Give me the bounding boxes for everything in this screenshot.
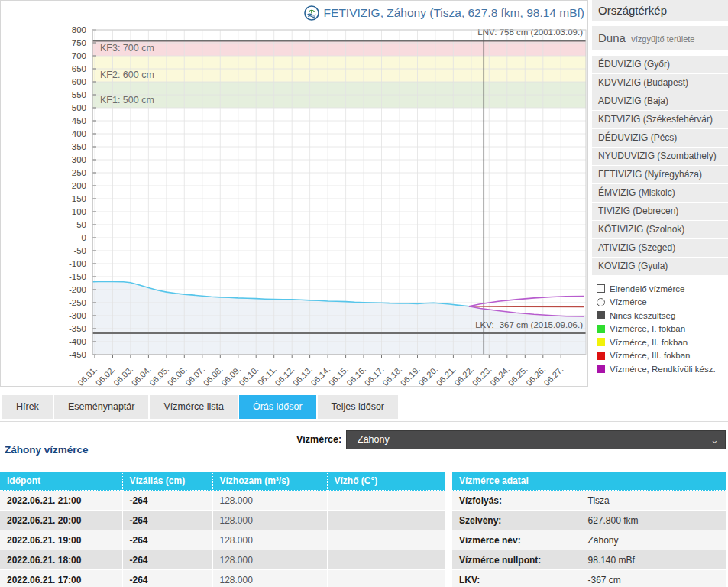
station-select[interactable]: Záhony ⌄ [346,430,726,449]
sidebar-item-duna-basin[interactable]: Duna vízgyűjtő területe [592,26,728,50]
tab-h-rek[interactable]: Hírek [2,395,53,419]
station-attr-label: Vízmérce név: [452,530,581,550]
station-attr-label: LKV: [452,570,581,587]
legend-label: Nincs készültség [610,311,675,320]
sidebar-item[interactable]: FETIVIZIG (Nyíregyháza) [592,166,728,183]
station-attr-value: -367 cm [581,570,726,587]
sidebar-item[interactable]: ÉMVIZIG (Miskolc) [592,184,728,202]
legend-item: Vízmérce, Rendkívüli kész. [597,362,728,376]
legend-item: Vízmérce, III. fokban [597,349,728,363]
sidebar-item[interactable]: TIVIZIG (Debrecen) [592,203,728,220]
sidebar-item[interactable]: KDVVIZIG (Budapest) [592,74,728,92]
tab-teljes-id-sor[interactable]: Teljes idősor [318,395,398,419]
sidebar-item[interactable]: ADUVIZIG (Baja) [592,92,728,110]
sidebar-item[interactable]: KDTVIZIG (Székesfehérvár) [592,111,728,128]
svg-text:150: 150 [72,194,86,203]
svg-text:450: 450 [72,116,86,125]
sidebar-item[interactable]: DÉDUVIZIG (Pécs) [592,129,728,147]
square-marker-icon [597,325,605,333]
sidebar-item[interactable]: KÖTIVIZIG (Szolnok) [592,221,728,238]
legend-label: Vízmérce, II. fokban [610,338,688,347]
station-select-value: Záhony [358,434,390,445]
station-attr-value: Tisza [581,491,726,511]
table-row: Vízmérce nullpont:98.140 mBf [452,550,726,570]
table-cell: 2022.06.21. 18:00 [0,550,122,570]
svg-text:KF3: 700 cm: KF3: 700 cm [100,43,154,54]
map-legend: Elrendelő vízmérceVízmérceNincs készülts… [592,282,728,376]
chart-block: FETIVIZIG, Záhony (Tisza, 627.8 fkm, 98.… [0,0,588,387]
sidebar-item[interactable]: NYUDUVIZIG (Szombathely) [592,148,728,165]
sidebar-item[interactable]: ÉDUVIZIG (Győr) [592,56,728,73]
legend-item: Elrendelő vízmérce [597,282,728,296]
tab-bar-divider [0,421,728,422]
page-root: FETIVIZIG, Záhony (Tisza, 627.8 fkm, 98.… [0,0,728,587]
table-cell: -264 [122,511,212,530]
table-cell: -264 [122,550,212,570]
legend-item: Vízmérce, II. fokban [597,336,728,349]
table-row: 2022.06.21. 17:00-264128.000 [0,570,445,587]
svg-text:KF1: 500 cm: KF1: 500 cm [100,95,154,105]
square-marker-icon [597,338,605,346]
circle-marker-icon [597,298,605,306]
svg-text:50: 50 [76,220,86,229]
svg-text:06.27.: 06.27. [542,365,565,386]
svg-text:LKV: -367 cm (2015.09.06.): LKV: -367 cm (2015.09.06.) [475,320,583,329]
table-cell: 128.000 [212,511,327,530]
table-cell: -264 [122,491,212,511]
tab--r-s-id-sor[interactable]: Órás idősor [239,395,316,419]
basin-title: Duna [598,31,626,44]
square-marker-icon [597,284,605,293]
svg-text:500: 500 [72,103,86,112]
svg-text:-200: -200 [69,285,86,294]
svg-text:-350: -350 [69,324,86,333]
svg-text:350: 350 [72,142,86,151]
table-row: Szelvény:627.800 fkm [452,511,726,530]
station-data-table: Vízmérce adatai Vízfolyás:TiszaSzelvény:… [452,472,726,587]
station-attr-label: Vízmérce nullpont: [452,550,581,570]
svg-text:-300: -300 [69,311,86,320]
table-cell: 2022.06.21. 19:00 [0,530,122,550]
hourly-table: IdőpontVízállás (cm)Vízhozam (m³/s)Vízhő… [0,472,446,587]
tab-bar: HírekEseménynaptárVízmérce listaÓrás idő… [2,395,398,419]
svg-text:-150: -150 [69,272,86,281]
table-cell: 2022.06.21. 21:00 [0,491,122,511]
tab-esem-nynapt-r[interactable]: Eseménynaptár [54,395,149,419]
station-table-header: Vízmérce adatai [452,472,726,491]
water-level-chart: LNV: 758 cm (2001.03.09.)LKV: -367 cm (2… [1,1,587,386]
hourly-column-header: Vízállás (cm) [122,472,212,491]
table-cell [327,491,445,511]
table-cell: 128.000 [212,550,327,570]
svg-text:700: 700 [72,51,86,60]
table-row: 2022.06.21. 18:00-264128.000 [0,550,445,570]
table-cell: 128.000 [212,530,327,550]
legend-label: Elrendelő vízmérce [610,284,684,294]
sidebar-item[interactable]: ATIVIZIG (Szeged) [592,239,728,257]
table-row: LKV:-367 cm [452,570,726,587]
svg-text:550: 550 [72,90,86,99]
svg-text:300: 300 [72,155,86,164]
svg-text:-100: -100 [69,259,86,268]
table-cell: -264 [122,530,212,550]
sidebar-item-country-map[interactable]: Országtérkép [592,0,728,21]
table-cell [327,570,445,587]
svg-text:400: 400 [72,129,86,138]
svg-text:200: 200 [72,181,86,190]
legend-label: Vízmérce, Rendkívüli kész. [610,365,716,374]
legend-item: Nincs készültség [597,309,728,323]
svg-text:800: 800 [72,25,86,34]
table-row: 2022.06.21. 21:00-264128.000 [0,491,445,511]
table-cell: 128.000 [212,491,327,511]
tab-v-zm-rce-lista[interactable]: Vízmérce lista [150,395,238,419]
station-attr-label: Vízfolyás: [452,491,581,511]
sidebar-item[interactable]: KÖVIZIG (Gyula) [592,258,728,275]
hourly-table-header-row: IdőpontVízállás (cm)Vízhozam (m³/s)Vízhő… [0,472,445,491]
table-cell: -264 [122,570,212,587]
table-cell: 2022.06.21. 20:00 [0,511,122,530]
hourly-column-header: Vízhő (C°) [327,472,445,491]
legend-label: Vízmérce, I. fokban [610,324,685,333]
hourly-column-header: Időpont [0,472,122,491]
hourly-column-header: Vízhozam (m³/s) [212,472,327,491]
chart-title-text: FETIVIZIG, Záhony (Tisza, 627.8 fkm, 98.… [324,6,584,20]
sidebar: Országtérkép Duna vízgyűjtő területe ÉDU… [592,0,728,375]
table-row: Vízfolyás:Tisza [452,491,726,511]
